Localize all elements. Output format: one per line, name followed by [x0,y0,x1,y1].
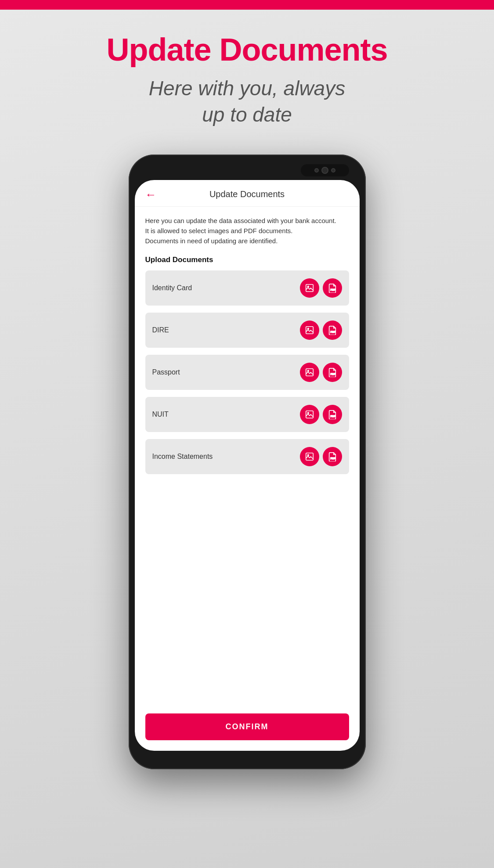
doc-row-dire: DIRE PDF [145,313,349,348]
image-upload-nuit[interactable] [300,405,319,424]
image-icon-nuit [305,410,314,419]
pdf-icon: PDF [328,283,337,293]
image-icon-dire [305,325,314,335]
camera-dot-large [321,167,328,174]
pdf-upload-identity-card[interactable]: PDF [323,278,342,298]
doc-row-passport: Passport PDF [145,355,349,390]
page-subtitle: Here with you, alwaysup to date [106,76,387,128]
phone-camera [301,164,349,176]
confirm-button[interactable]: CONFIRM [145,713,349,740]
svg-text:PDF: PDF [330,373,335,375]
svg-rect-12 [306,453,313,461]
page-title: Update Documents [106,32,387,68]
info-text: Here you can update the data associated … [145,216,349,246]
pdf-icon-passport: PDF [328,367,337,377]
doc-row-income-statements: Income Statements PDF [145,439,349,474]
pdf-upload-nuit[interactable]: PDF [323,405,342,424]
svg-point-1 [307,286,309,288]
camera-dot-small [314,168,319,173]
pdf-upload-passport[interactable]: PDF [323,363,342,382]
image-upload-identity-card[interactable] [300,278,319,298]
doc-label-passport: Passport [152,368,180,376]
doc-label-dire: DIRE [152,326,169,334]
pdf-icon-dire: PDF [328,325,337,335]
doc-actions-income-statements: PDF [300,447,342,466]
doc-label-identity-card: Identity Card [152,284,192,292]
svg-point-7 [307,371,309,372]
doc-row-nuit: NUIT PDF [145,397,349,432]
doc-actions-dire: PDF [300,321,342,340]
svg-text:PDF: PDF [330,331,335,333]
phone-screen: ← Update Documents Here you can update t… [135,180,360,751]
doc-actions-passport: PDF [300,363,342,382]
pdf-icon-nuit: PDF [328,410,337,419]
svg-rect-3 [306,327,313,334]
svg-rect-9 [306,411,313,418]
svg-point-4 [307,328,309,330]
svg-text:PDF: PDF [330,288,335,291]
phone-top-bar [135,162,360,178]
svg-point-10 [307,413,309,414]
phone-shell: ← Update Documents Here you can update t… [129,155,366,769]
pdf-icon-income: PDF [328,452,337,461]
back-button[interactable]: ← [145,189,157,200]
page-header: Update Documents Here with you, alwaysup… [106,32,387,128]
section-title: Upload Documents [145,256,349,264]
camera-dot-small2 [331,168,335,173]
svg-text:PDF: PDF [330,415,335,418]
image-icon-passport [305,367,314,377]
pdf-upload-dire[interactable]: PDF [323,321,342,340]
doc-label-income-statements: Income Statements [152,453,213,461]
doc-actions-identity-card: PDF [300,278,342,298]
image-upload-income-statements[interactable] [300,447,319,466]
doc-actions-nuit: PDF [300,405,342,424]
svg-text:PDF: PDF [330,457,335,460]
app-content: Here you can update the data associated … [135,207,360,706]
image-icon-income [305,452,314,461]
image-upload-passport[interactable] [300,363,319,382]
doc-label-nuit: NUIT [152,411,169,418]
top-bar [0,0,494,10]
app-header: ← Update Documents [135,180,360,207]
svg-point-13 [307,455,309,456]
image-upload-dire[interactable] [300,321,319,340]
svg-rect-6 [306,369,313,376]
doc-row-identity-card: Identity Card PDF [145,270,349,306]
image-icon [305,283,314,293]
svg-rect-0 [306,285,313,292]
pdf-upload-income-statements[interactable]: PDF [323,447,342,466]
app-screen-title: Update Documents [209,189,285,199]
